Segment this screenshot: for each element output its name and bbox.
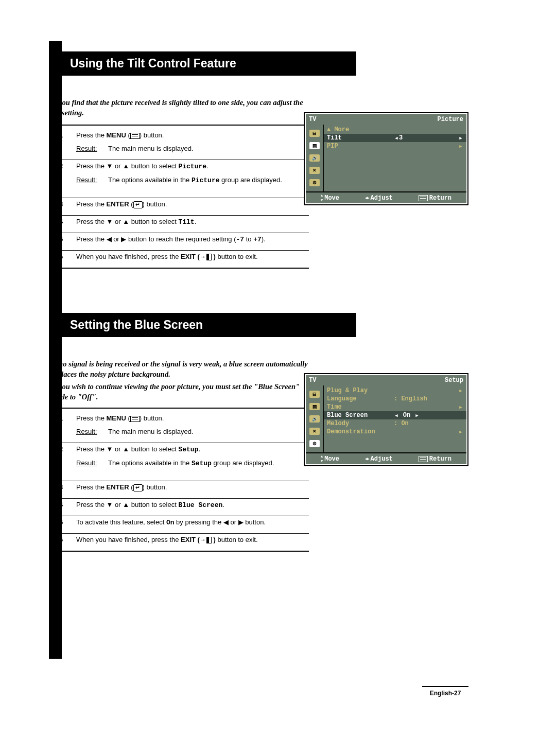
picture-icon — [309, 142, 320, 149]
step-number: 2 — [59, 445, 63, 454]
bold-text: EXIT ( — [181, 253, 200, 260]
step-body: Press the ENTER () button. — [76, 483, 309, 493]
step-result: Result:The options available in the Setu… — [76, 459, 309, 469]
step-body: Press the MENU () button.Result:The main… — [76, 414, 309, 437]
enter-icon — [133, 201, 143, 208]
step-body: To activate this feature, select On by p… — [76, 518, 309, 528]
osd-footer: Move Adjust Return — [306, 452, 466, 464]
updown-icon — [321, 194, 323, 202]
heading-tilt-control-text: Using the Tilt Control Feature — [70, 57, 236, 70]
leftright-icon — [365, 456, 369, 461]
menu-icon — [419, 195, 428, 201]
osd-footer: Move Adjust Return — [306, 191, 466, 203]
tilt-step-4: 4Press the ▼ or ▲ button to select Tilt. — [51, 217, 309, 227]
step-body: Press the ▼ or ▲ button to select Tilt. — [76, 217, 309, 227]
arrow-right-icon[interactable] — [458, 428, 463, 435]
rule — [51, 408, 309, 409]
result-label: Result: — [76, 144, 108, 154]
step-body: When you have finished, press the EXIT (… — [76, 535, 309, 545]
osd-adjust-hint: Adjust — [365, 194, 393, 202]
mono-text: +7 — [253, 236, 262, 243]
mono-text: Tilt — [178, 218, 194, 226]
updown-icon — [321, 455, 323, 463]
tilt-step-3: 3Press the ENTER () button. — [51, 200, 309, 209]
step-body: Press the ▼ or ▲ button to select Blue S… — [76, 500, 309, 511]
bold-text: MENU — [107, 131, 126, 139]
step-number: 2 — [59, 162, 63, 171]
osd-row-melody[interactable]: Melody : On — [324, 419, 466, 428]
result-label: Result: — [76, 459, 108, 468]
osd-row-bluescreen[interactable]: Blue Screen On — [324, 411, 466, 419]
step-number: 3 — [59, 200, 63, 209]
channel-icon — [309, 167, 320, 174]
bold-text: MENU — [107, 414, 126, 422]
menu-icon — [130, 416, 140, 422]
arrow-left-icon[interactable] — [394, 134, 399, 142]
step-number: 3 — [59, 483, 63, 493]
osd-content: ▲ More Tilt 3 PIP — [324, 125, 466, 191]
osd-content: Plug & Play Language : English Time Blue… — [324, 385, 466, 452]
osd-row-plugplay[interactable]: Plug & Play — [324, 386, 466, 395]
step-result: Result:The main menu is displayed. — [76, 427, 309, 437]
arrow-right-icon[interactable] — [458, 134, 463, 142]
arrow-right-icon[interactable] — [458, 387, 463, 394]
rule — [51, 160, 309, 160]
result-label: Result: — [76, 427, 108, 437]
mono-text: Setup — [178, 446, 198, 453]
sound-icon — [309, 415, 320, 423]
step-result: Result:The options available in the Pict… — [76, 175, 309, 186]
setup-icon — [309, 440, 320, 447]
picture-icon — [309, 403, 320, 410]
osd-category-label: Setup — [445, 377, 463, 384]
mono-text: Picture — [192, 177, 220, 184]
step-number: 5 — [59, 235, 63, 244]
osd-titlebar: TV Setup — [306, 375, 466, 385]
rule — [51, 215, 309, 216]
step-body: When you have finished, press the EXIT (… — [76, 252, 309, 262]
arrow-right-icon[interactable] — [414, 412, 420, 419]
step-number: 6 — [59, 252, 63, 262]
step-body: Press the ENTER () button. — [76, 200, 309, 209]
step-number: 5 — [59, 518, 63, 528]
osd-row-language[interactable]: Language : English — [324, 395, 466, 403]
arrow-right-icon[interactable] — [458, 403, 463, 411]
arrow-left-icon[interactable] — [394, 412, 399, 419]
heading-blue-screen-text: Setting the Blue Screen — [70, 318, 203, 331]
osd-move-hint: Move — [321, 194, 339, 202]
bold-text: EXIT ( — [181, 536, 200, 543]
intro-tilt-text: If you find that the picture received is… — [51, 98, 303, 117]
osd-row-tilt[interactable]: Tilt 3 — [324, 134, 466, 142]
osd-row-more[interactable]: ▲ More — [324, 126, 466, 134]
menu-icon — [130, 133, 140, 139]
osd-row-pip[interactable]: PIP — [324, 142, 466, 150]
blue-step-1: 1Press the MENU () button.Result:The mai… — [51, 414, 309, 437]
rule — [51, 250, 309, 251]
step-number: 6 — [59, 535, 63, 545]
rule — [51, 198, 309, 198]
osd-picture-menu: TV Picture ▲ More Tilt — [304, 112, 468, 205]
tilt-step-5: 5Press the ◀ or ▶ button to reach the re… — [51, 235, 309, 245]
tilt-step-1: 1Press the MENU () button.Result:The mai… — [51, 131, 309, 154]
step-body: Press the ▼ or ▲ button to select Setup.… — [76, 445, 309, 469]
osd-tv-label: TV — [309, 377, 316, 384]
setup-icon — [309, 179, 320, 186]
osd-tv-label: TV — [309, 116, 316, 123]
arrow-right-icon[interactable] — [458, 143, 463, 150]
rule — [51, 516, 309, 516]
osd-row-time[interactable]: Time — [324, 403, 466, 411]
sound-icon — [309, 154, 320, 162]
osd-sidebar — [306, 385, 323, 452]
mono-text: Setup — [192, 460, 212, 467]
intro-blue-2-text: If you wish to continue viewing the poor… — [51, 382, 300, 401]
bold-text: ENTER — [107, 483, 129, 491]
blue-step-5: 5To activate this feature, select On by … — [51, 518, 309, 528]
osd-tilt-value: 3 — [399, 134, 458, 142]
result-label: Result: — [76, 175, 108, 185]
step-number: 4 — [59, 217, 63, 227]
result-text: The main menu is displayed. — [108, 144, 304, 154]
mono-text: On — [166, 519, 175, 526]
osd-row-demonstration[interactable]: Demonstration — [324, 428, 466, 436]
tilt-step-2: 2Press the ▼ or ▲ button to select Pictu… — [51, 162, 309, 186]
bold-text: ) — [212, 536, 216, 543]
input-icon — [309, 130, 320, 137]
